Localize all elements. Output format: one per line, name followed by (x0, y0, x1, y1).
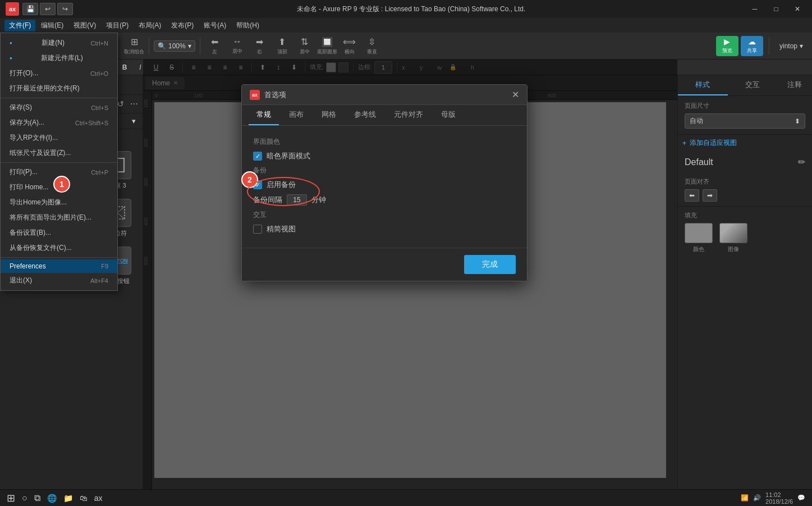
menu-new-lib[interactable]: 新建元件库(L) (1, 51, 117, 66)
dialog-tab-canvas[interactable]: 画布 (281, 105, 311, 125)
left-align-btn[interactable]: ⬅ 左 (205, 36, 225, 56)
bottom-align-icon: 🔲 (322, 37, 333, 47)
right-align-btn[interactable]: ➡ 右 (250, 36, 270, 56)
zoom-chevron-icon: ▾ (188, 42, 191, 50)
menu-new[interactable]: 新建(N) Ctrl+N (1, 35, 117, 51)
ungroup-btn[interactable]: ⊞ 取消组合 (124, 36, 144, 56)
menu-export-home[interactable]: 导出Home为图像... (1, 195, 117, 210)
menu-layout[interactable]: 布局(A) (134, 20, 166, 31)
preview-btn[interactable]: ▶ 预览 (716, 36, 738, 56)
menu-help[interactable]: 帮助(H) (232, 20, 264, 31)
undo-btn[interactable]: ↩ (40, 3, 56, 15)
simplified-view-checkbox[interactable] (253, 225, 262, 234)
menu-file[interactable]: 文件(F) (4, 20, 35, 31)
align-left-page-btn[interactable]: ⬅ (685, 189, 699, 202)
page-size-select[interactable]: 自动 ⬍ (685, 113, 805, 129)
title-bar-controls[interactable]: 💾 ↩ ↪ (22, 3, 73, 15)
menu-export-all[interactable]: 将所有页面导出为图片(E)... (1, 210, 117, 225)
save-as-shortcut: Ctrl+Shift+S (75, 120, 108, 126)
tab-annotate[interactable]: 注释 (777, 75, 812, 95)
dark-mode-checkbox[interactable]: ✓ (253, 152, 262, 161)
top-align-btn[interactable]: ⬆ 顶部 (272, 36, 292, 56)
menu-open[interactable]: 打开(O)... Ctrl+O (1, 66, 117, 81)
browser-icon[interactable]: 🌐 (47, 494, 57, 503)
dialog-close-btn[interactable]: ✕ (512, 89, 519, 100)
page-align-section: 页面对齐 ⬅ ➡ (678, 173, 812, 207)
vdist-btn[interactable]: ⇳ 垂直 (362, 36, 382, 56)
backup-interval-row: 备份间隔 分钟 (253, 194, 516, 206)
backup-interval-prefix: 备份间隔 (253, 195, 282, 205)
minimize-button[interactable]: ─ (745, 3, 765, 15)
fill-image-swatch[interactable] (719, 223, 747, 243)
menu-save-as[interactable]: 保存为(A)... Ctrl+Shift+S (1, 115, 117, 130)
fill-color-item[interactable]: 颜色 (685, 223, 713, 253)
fill-image-item[interactable]: 图像 (719, 223, 747, 253)
menu-preferences[interactable]: Preferences F9 (1, 259, 117, 273)
fill-color-label: 颜色 (693, 245, 704, 253)
ungroup-label: 取消组合 (124, 48, 144, 56)
dialog-tab-guides[interactable]: 参考线 (346, 105, 384, 125)
menu-account[interactable]: 账号(A) (199, 20, 231, 31)
left-align-icon: ⬅ (211, 37, 218, 47)
explorer-icon[interactable]: 📁 (63, 494, 73, 503)
close-button[interactable]: ✕ (787, 3, 808, 15)
menu-publish[interactable]: 发布(P) (167, 20, 198, 31)
shopping-icon[interactable]: 🛍 (80, 494, 88, 503)
restore-button[interactable]: □ (766, 3, 786, 15)
dialog-logo: ax (250, 90, 260, 100)
zoom-value: 100% (168, 42, 186, 50)
menu-save[interactable]: 保存(S) Ctrl+S (1, 100, 117, 115)
hdist-btn[interactable]: ⟺ 横向 (340, 36, 360, 56)
dark-mode-row: ✓ 暗色界面模式 (253, 151, 516, 161)
window-buttons[interactable]: ─ □ ✕ (745, 3, 808, 15)
dialog-tab-snapping[interactable]: 元件对齐 (386, 105, 431, 125)
zoom-control[interactable]: 🔍 100% ▾ (154, 40, 195, 52)
adaptive-view-label: 添加自适应视图 (690, 138, 737, 148)
user-menu[interactable]: yintop ▾ (775, 40, 808, 52)
menu-backup[interactable]: 备份设置(B)... (1, 225, 117, 240)
edit-icon[interactable]: ✏ (798, 157, 805, 167)
search-taskbar-icon[interactable]: ○ (22, 493, 27, 503)
middle-align-btn[interactable]: ⇅ 居中 (295, 36, 315, 56)
export-all-label: 将所有页面导出为图片(E)... (10, 213, 91, 222)
align-right-page-btn[interactable]: ➡ (703, 189, 717, 202)
dialog-tab-grid[interactable]: 网格 (314, 105, 344, 125)
tab-interact[interactable]: 交互 (728, 75, 778, 95)
menu-recent[interactable]: 打开最近使用的文件(R) (1, 81, 117, 96)
menu-restore[interactable]: 从备份恢复文件(C)... (1, 240, 117, 256)
windows-start-icon[interactable]: ⊞ (7, 492, 15, 504)
share-btn[interactable]: ☁ 共享 (741, 36, 763, 56)
tab-style[interactable]: 样式 (678, 75, 728, 95)
new-lib-label: 新建元件库(L) (41, 53, 83, 63)
adaptive-view-btn[interactable]: + 添加自适应视图 (678, 135, 812, 151)
more-btn[interactable]: ⋯ (129, 98, 140, 110)
redo-btn[interactable]: ↪ (57, 3, 73, 15)
axure-taskbar-icon[interactable]: ax (94, 494, 103, 503)
center-align-btn[interactable]: ↔ 居中 (227, 36, 247, 56)
menu-project[interactable]: 项目(P) (102, 20, 133, 31)
volume-icon: 🔊 (753, 494, 761, 502)
dialog-body: 界面颜色 ✓ 暗色界面模式 备份 ✓ 启用备份 备份间隔 分钟 交互 精简视图 (242, 126, 527, 248)
done-button[interactable]: 完成 (464, 255, 516, 274)
backup-label: 备份设置(B)... (10, 228, 51, 238)
dialog-tab-general[interactable]: 常规 (249, 105, 279, 125)
dialog-tab-masters[interactable]: 母版 (433, 105, 464, 125)
save-label: 保存(S) (10, 103, 32, 112)
page-size-label: 页面尺寸 (685, 102, 805, 110)
menu-view[interactable]: 视图(V) (69, 20, 100, 31)
zoom-icon: 🔍 (158, 42, 166, 50)
bottom-align-btn[interactable]: 🔲 底部圆形 (317, 36, 337, 56)
page-size-menu-label: 纸张尺寸及设置(Z)... (10, 148, 71, 158)
menu-edit[interactable]: 编辑(E) (36, 20, 68, 31)
menu-import[interactable]: 导入RP文件(I)... (1, 130, 117, 145)
bold-btn[interactable]: B (118, 61, 131, 74)
fill-color-swatch-large[interactable] (685, 223, 713, 243)
task-view-icon[interactable]: ⧉ (34, 493, 40, 503)
save-toolbar-btn[interactable]: 💾 (22, 3, 38, 15)
backup-interval-input[interactable] (287, 194, 307, 206)
notification-icon[interactable]: 💬 (797, 494, 805, 502)
menu-exit[interactable]: 退出(X) Alt+F4 (1, 273, 117, 288)
right-tabs: 样式 交互 注释 (678, 75, 812, 96)
exit-label: 退出(X) (10, 276, 32, 285)
menu-page-size[interactable]: 纸张尺寸及设置(Z)... (1, 145, 117, 161)
